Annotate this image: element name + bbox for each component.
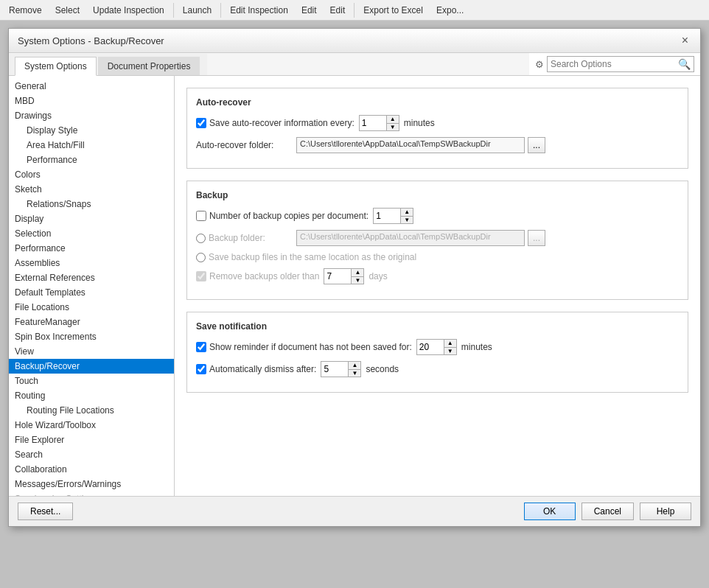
system-options-dialog: System Options - Backup/Recover × System… (8, 28, 701, 527)
num-copies-row: Number of backup copies per document: ▲ … (196, 208, 679, 224)
num-copies-checkbox[interactable] (196, 211, 206, 221)
backup-folder-radio-wrapper: Backup folder: (196, 233, 292, 243)
sidebar-item-collaboration[interactable]: Collaboration (9, 462, 174, 477)
auto-recover-row: Save auto-recover information every: ▲ ▼… (196, 115, 679, 131)
remove-backups-down[interactable]: ▼ (352, 276, 363, 284)
search-input-wrapper: 🔍 (547, 56, 694, 72)
backup-folder-browse-button[interactable]: ... (528, 230, 545, 246)
save-notification-section: Save notification Show reminder if docum… (186, 312, 688, 393)
sidebar-item-general[interactable]: General (9, 79, 174, 94)
sidebar-item-featuremanager[interactable]: FeatureManager (9, 315, 174, 329)
sidebar-item-selection[interactable]: Selection (9, 226, 174, 241)
help-button[interactable]: Help (640, 503, 691, 520)
sidebar-item-search[interactable]: Search (9, 447, 174, 462)
toolbar-edit-btn[interactable]: Edit (296, 3, 323, 18)
cancel-button[interactable]: Cancel (581, 503, 634, 520)
toolbar-edit-inspection-btn[interactable]: Edit Inspection (224, 3, 294, 18)
toolbar-edit2-btn[interactable]: Edit (324, 3, 352, 18)
remove-backups-input[interactable] (324, 270, 351, 282)
sidebar-item-sketch[interactable]: Sketch (9, 182, 174, 197)
remove-backups-row: Remove backups older than ▲ ▼ days (196, 268, 679, 284)
toolbar-expo-btn[interactable]: Expo... (430, 3, 469, 18)
reminder-up[interactable]: ▲ (444, 340, 456, 347)
sidebar-item-external-references[interactable]: External References (9, 270, 174, 285)
auto-recover-interval-input[interactable] (360, 117, 386, 129)
auto-recover-checkbox[interactable] (196, 118, 206, 128)
auto-recover-checkbox-wrapper: Save auto-recover information every: (196, 118, 354, 128)
auto-dismiss-checkbox-wrapper: Automatically dismiss after: (196, 364, 316, 374)
reminder-down[interactable]: ▼ (444, 347, 456, 354)
num-copies-input[interactable] (374, 210, 400, 222)
sidebar-item-file-explorer[interactable]: File Explorer (9, 433, 174, 447)
tab-system-options[interactable]: System Options (15, 57, 97, 76)
dismiss-up[interactable]: ▲ (349, 362, 360, 369)
toolbar-export-excel-btn[interactable]: Export to Excel (357, 3, 429, 18)
sidebar-item-performance-drawings[interactable]: Performance (9, 153, 174, 167)
auto-recover-title: Auto-recover (196, 97, 679, 108)
sidebar-item-performance[interactable]: Performance (9, 241, 174, 256)
auto-recover-folder-label: Auto-recover folder: (196, 140, 292, 150)
dialog-close-button[interactable]: × (679, 35, 691, 46)
toolbar-launch-btn[interactable]: Launch (177, 3, 217, 18)
sidebar-list: General MBD Drawings Display Style Area … (9, 76, 174, 496)
dialog-title: System Options - Backup/Recover (18, 35, 164, 46)
toolbar-remove-btn[interactable]: Remove (3, 3, 48, 18)
num-copies-down[interactable]: ▼ (401, 216, 413, 223)
sidebar-item-area-hatch-fill[interactable]: Area Hatch/Fill (9, 138, 174, 153)
auto-recover-interval-up[interactable]: ▲ (387, 116, 399, 123)
sidebar-item-hole-wizard[interactable]: Hole Wizard/Toolbox (9, 418, 174, 433)
sidebar-item-display[interactable]: Display (9, 211, 174, 226)
show-reminder-checkbox[interactable] (196, 342, 206, 352)
dismiss-unit: seconds (366, 364, 399, 374)
remove-backups-checkbox[interactable] (196, 271, 206, 281)
sidebar-item-relations-snaps[interactable]: Relations/Snaps (9, 197, 174, 211)
sidebar-item-display-style[interactable]: Display Style (9, 123, 174, 138)
search-submit-button[interactable]: 🔍 (678, 58, 691, 70)
toolbar-separator-1 (173, 3, 174, 18)
same-location-row: Save backup files in the same location a… (196, 252, 679, 262)
sidebar-item-synchronize-settings[interactable]: Synchronize Settings... (9, 491, 174, 496)
dialog-overlay: System Options - Backup/Recover × System… (0, 21, 709, 588)
sidebar-item-spin-box-increments[interactable]: Spin Box Increments (9, 329, 174, 344)
auto-recover-interval-down[interactable]: ▼ (387, 123, 399, 130)
tab-document-properties[interactable]: Document Properties (98, 57, 200, 75)
auto-dismiss-checkbox[interactable] (196, 364, 206, 374)
dismiss-value-input[interactable] (321, 363, 348, 375)
remove-backups-label: Remove backups older than (209, 271, 319, 281)
toolbar-separator-3 (354, 3, 354, 18)
num-copies-up[interactable]: ▲ (401, 209, 413, 216)
auto-recover-spinbox-buttons: ▲ ▼ (386, 116, 399, 130)
sidebar-item-assemblies[interactable]: Assemblies (9, 256, 174, 270)
search-gear-icon: ⚙ (535, 59, 544, 70)
content-panel: Auto-recover Save auto-recover informati… (175, 76, 700, 496)
toolbar-update-inspection-btn[interactable]: Update Inspection (87, 3, 170, 18)
sidebar-item-default-templates[interactable]: Default Templates (9, 285, 174, 300)
sidebar-item-colors[interactable]: Colors (9, 167, 174, 182)
search-input[interactable] (551, 59, 678, 69)
ok-button[interactable]: OK (524, 503, 576, 520)
sidebar-item-file-locations[interactable]: File Locations (9, 300, 174, 315)
backup-folder-radio[interactable] (196, 234, 206, 243)
toolbar: Remove Select Update Inspection Launch E… (0, 0, 709, 21)
same-location-radio[interactable] (196, 253, 206, 262)
dismiss-down[interactable]: ▼ (349, 369, 360, 377)
toolbar-select-btn[interactable]: Select (49, 3, 85, 18)
sidebar-item-backup-recover[interactable]: Backup/Recover (9, 359, 174, 374)
auto-recover-label: Save auto-recover information every: (209, 118, 354, 128)
sidebar-item-view[interactable]: View (9, 344, 174, 359)
dialog-footer: Reset... OK Cancel Help (9, 496, 700, 526)
sidebar-item-routing-file-locations[interactable]: Routing File Locations (9, 403, 174, 418)
remove-backups-up[interactable]: ▲ (352, 269, 363, 276)
sidebar-item-routing[interactable]: Routing (9, 388, 174, 403)
reset-button[interactable]: Reset... (18, 503, 73, 520)
sidebar-item-drawings[interactable]: Drawings (9, 108, 174, 123)
auto-recover-section: Auto-recover Save auto-recover informati… (186, 88, 688, 169)
auto-recover-browse-button[interactable]: ... (528, 137, 545, 153)
sidebar-item-touch[interactable]: Touch (9, 374, 174, 388)
same-location-label: Save backup files in the same location a… (209, 252, 416, 262)
sidebar-item-messages-errors[interactable]: Messages/Errors/Warnings (9, 477, 174, 491)
reminder-value-input[interactable] (417, 341, 444, 353)
auto-recover-folder-wrapper: C:\Users\tllorente\AppData\Local\TempSWB… (296, 137, 545, 153)
sidebar-item-mbd[interactable]: MBD (9, 94, 174, 108)
sidebar-scroll-area[interactable]: General MBD Drawings Display Style Area … (9, 76, 174, 496)
